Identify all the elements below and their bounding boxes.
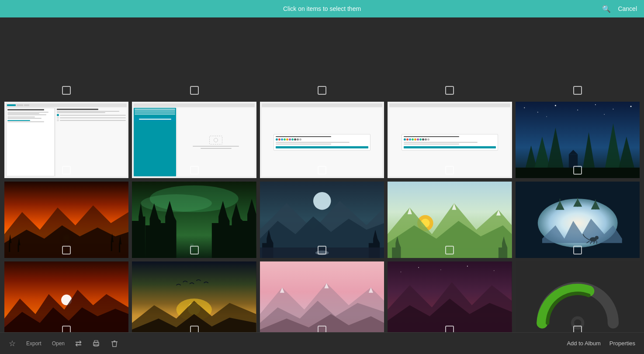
svg-point-7: [630, 106, 631, 107]
cancel-button[interactable]: Cancel: [618, 5, 637, 12]
search-icon[interactable]: 🔍: [602, 5, 611, 13]
grid-item[interactable]: [388, 182, 512, 258]
select-checkbox[interactable]: [573, 166, 582, 175]
svg-point-96: [418, 267, 419, 268]
share-icon[interactable]: ⇄: [75, 339, 82, 348]
select-checkbox[interactable]: [318, 326, 326, 332]
thumbnail: [132, 261, 256, 332]
thumbnail: [260, 261, 384, 332]
select-checkbox[interactable]: [62, 86, 71, 95]
grid-item[interactable]: [388, 261, 512, 332]
open-button[interactable]: Open: [52, 340, 65, 347]
select-checkbox[interactable]: [445, 166, 454, 175]
grid-item[interactable]: [516, 102, 640, 178]
select-checkbox[interactable]: [318, 166, 326, 175]
svg-point-2: [537, 112, 538, 113]
grid-item[interactable]: [388, 22, 512, 98]
select-checkbox[interactable]: [318, 86, 326, 95]
grid-item[interactable]: [4, 102, 128, 178]
grid-area: [0, 17, 644, 332]
grid-item[interactable]: [132, 261, 256, 332]
grid-item[interactable]: [132, 22, 256, 98]
grid-item[interactable]: [260, 102, 384, 178]
svg-point-71: [595, 236, 598, 240]
thumbnail: [388, 261, 512, 332]
select-checkbox[interactable]: [318, 246, 326, 254]
export-button[interactable]: Export: [26, 340, 42, 347]
select-checkbox[interactable]: [445, 326, 454, 332]
select-checkbox[interactable]: [573, 326, 582, 332]
grid-item[interactable]: [4, 22, 128, 98]
svg-point-6: [613, 109, 613, 110]
select-checkbox[interactable]: [190, 166, 199, 175]
svg-point-5: [595, 104, 596, 105]
select-checkbox[interactable]: [62, 166, 71, 175]
grid-item[interactable]: [132, 182, 256, 258]
delete-icon[interactable]: [111, 340, 118, 347]
star-icon[interactable]: ☆: [9, 339, 16, 348]
toolbar-left: ☆ Export Open ⇄: [9, 339, 118, 348]
grid-item[interactable]: [260, 22, 384, 98]
select-checkbox[interactable]: [573, 86, 582, 95]
grid-item[interactable]: [516, 182, 640, 258]
grid-item[interactable]: [388, 102, 512, 178]
add-to-album-button[interactable]: Add to Album: [567, 340, 600, 347]
svg-rect-105: [94, 344, 98, 346]
grid-item[interactable]: [260, 182, 384, 258]
svg-point-43: [313, 192, 331, 210]
svg-point-4: [577, 110, 578, 110]
grid-item[interactable]: [516, 22, 640, 98]
properties-button[interactable]: Properties: [609, 340, 635, 347]
thumbnail: [4, 261, 128, 332]
svg-point-95: [401, 272, 402, 272]
svg-point-9: [604, 114, 605, 115]
select-checkbox[interactable]: [573, 246, 582, 254]
toolbar: ☆ Export Open ⇄ Add to Album Properties: [0, 332, 644, 354]
thumbnail: [516, 261, 640, 332]
photo-grid: [4, 22, 640, 332]
svg-point-98: [467, 266, 468, 267]
grid-item[interactable]: [4, 182, 128, 258]
select-checkbox[interactable]: [445, 86, 454, 95]
grid-item[interactable]: [132, 102, 256, 178]
header: Click on items to select them 🔍 Cancel: [0, 0, 644, 17]
svg-rect-29: [119, 244, 120, 252]
select-checkbox[interactable]: [190, 86, 199, 95]
header-title: Click on items to select them: [283, 5, 361, 12]
header-actions: 🔍 Cancel: [602, 5, 637, 13]
svg-rect-23: [9, 243, 10, 252]
grid-item[interactable]: [260, 261, 384, 332]
grid-item[interactable]: [4, 261, 128, 332]
grid-item[interactable]: [516, 261, 640, 332]
svg-rect-25: [17, 245, 19, 252]
print-icon[interactable]: [92, 340, 100, 347]
svg-point-97: [440, 269, 441, 270]
svg-point-1: [524, 107, 525, 108]
select-checkbox[interactable]: [62, 326, 71, 332]
svg-rect-27: [111, 242, 112, 251]
toolbar-right: Add to Album Properties: [567, 340, 635, 347]
select-checkbox[interactable]: [190, 326, 199, 332]
svg-point-33: [141, 194, 212, 212]
svg-point-8: [546, 116, 547, 117]
select-checkbox[interactable]: [62, 246, 71, 254]
select-checkbox[interactable]: [190, 246, 199, 254]
select-checkbox[interactable]: [445, 246, 454, 254]
svg-point-3: [554, 105, 556, 106]
svg-point-99: [494, 270, 495, 271]
